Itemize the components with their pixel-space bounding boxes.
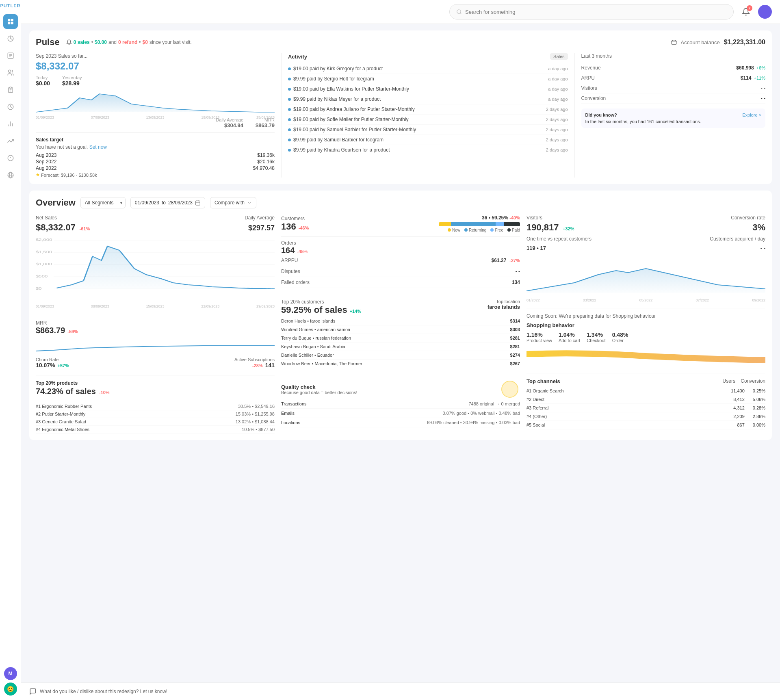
churn-change: +57% — [57, 363, 69, 368]
svg-rect-2 — [8, 22, 10, 24]
explore-link[interactable]: Explore > — [742, 113, 761, 117]
metric-label: Visitors — [581, 85, 597, 91]
disputes-label: Disputes — [281, 269, 300, 274]
metric-value: - - — [761, 85, 765, 91]
user-avatar-m[interactable]: M — [4, 667, 17, 680]
shopping-metrics: 1.16% Product view 1.04% Add to cart 1.3… — [526, 332, 765, 343]
dot-paid — [507, 228, 511, 232]
metric-row: Visitors- - — [581, 83, 765, 93]
quality-item: Transactions7488 original → 0 merged — [281, 399, 520, 409]
activity-time: 2 days ago — [546, 107, 568, 112]
svg-point-9 — [8, 70, 11, 72]
acquired-label: Customers acquired / day — [710, 236, 765, 242]
no-goal-text: You have not set a goal. — [36, 144, 88, 150]
activity-dot — [288, 108, 291, 111]
activity-time: a day ago — [548, 76, 568, 81]
orders-row: Orders 164 -45% — [281, 236, 520, 255]
channel-item: #2 Direct8,4125.06% — [526, 395, 765, 404]
daily-avg-amount: $297.57 — [248, 224, 275, 232]
activity-list-item: $19.00 paid by Andrea Juliano for Putler… — [288, 104, 568, 115]
activity-title: Activity — [288, 54, 307, 60]
notification-badge: 2 — [747, 5, 752, 11]
main-content: 2 Pulse 0 sales • $0.00 and 0 refund • $… — [21, 0, 780, 700]
sales-target-label: Sales target — [36, 137, 275, 143]
pulse-grid: Sep 2023 Sales so far... $8,332.07 Today… — [36, 53, 765, 178]
bar-paid — [504, 222, 520, 226]
chevron-down-icon — [247, 200, 252, 205]
arppu-label: ARPPU — [281, 258, 298, 263]
sidebar-item-orders[interactable] — [3, 82, 18, 97]
shopping-coming-soon: Coming Soon: We're preparing data for Sh… — [526, 313, 765, 319]
top-customers-card: Top 20% customers 59.25% of sales +14% T… — [281, 294, 520, 368]
activity-filter-badge[interactable]: Sales — [550, 53, 568, 60]
sidebar-item-trends[interactable] — [3, 134, 18, 148]
mrr-change: -59% — [67, 329, 78, 334]
pulse-since: since your last visit. — [150, 39, 192, 45]
channel-name: #4 (Other) — [526, 414, 547, 419]
account-balance: Account balance $1,223,331.00 — [671, 39, 765, 46]
activity-text: $9.99 paid by Niklas Meyer for a product — [293, 96, 548, 102]
sidebar: PUTLER M 😊 — [0, 0, 21, 700]
date-to: 28/09/2023 — [168, 200, 193, 206]
channel-name: #1 Organic Search — [526, 388, 564, 393]
did-you-know: Did you know? Explore > In the last six … — [581, 108, 765, 128]
customer-amount: $267 — [510, 361, 520, 366]
sidebar-item-insights[interactable] — [3, 151, 18, 165]
visitors-amount: 190,817 — [526, 222, 559, 232]
set-now-link[interactable]: Set now — [89, 144, 107, 150]
active-subs-change: -28% — [252, 363, 263, 368]
segment-select[interactable]: All Segments — [80, 197, 126, 208]
disputes-item: Disputes - - — [281, 266, 520, 277]
customer-name: Deron Huels • faroe islands — [281, 319, 335, 323]
date-range-picker[interactable]: 01/09/2023 to 28/09/2023 — [130, 197, 205, 208]
customers-bar-change: -40% — [509, 215, 520, 220]
compare-with-button[interactable]: Compare with — [210, 197, 256, 208]
user-avatar-emoji[interactable]: 😊 — [4, 683, 17, 696]
search-bar[interactable] — [449, 4, 734, 20]
sidebar-item-customers[interactable] — [3, 65, 18, 80]
net-sales-x-labels: 01/09/2023 08/09/2023 15/09/2023 22/09/2… — [36, 304, 275, 308]
top-products-pct: 74.23% of sales — [36, 387, 96, 396]
activity-list-item: $9.99 paid by Khadra Geurtsen for a prod… — [288, 145, 568, 155]
visitor-x-labels: 01/2022 03/2022 05/2022 07/2022 09/2022 — [526, 298, 765, 302]
metrics-list: Revenue$60,998+6%ARPU$114+11%Visitors- -… — [581, 63, 765, 104]
segment-select-wrapper[interactable]: All Segments — [80, 197, 126, 208]
quality-sub: Because good data = better decisions! — [281, 390, 357, 395]
activity-list-item: $19.00 paid by Kirk Gregory for a produc… — [288, 64, 568, 74]
mrr-line-chart — [36, 337, 275, 353]
yesterday-value: $28.99 — [62, 80, 82, 87]
quality-icon: 🔍 — [500, 379, 520, 399]
customer-name: Winifred Grimes • american samoa — [281, 327, 350, 332]
net-sales-chart: $2,000 $1,500 $1,000 $500 $0 — [36, 236, 275, 301]
notification-button[interactable]: 2 — [739, 4, 753, 19]
quality-item-value: 0.07% good • 0% webmail • 0.48% bad — [442, 411, 520, 416]
svg-rect-26 — [196, 201, 200, 205]
sidebar-item-global[interactable] — [3, 168, 18, 182]
channels-conversion-label: Conversion — [741, 378, 765, 384]
sidebar-item-analytics[interactable] — [3, 31, 18, 46]
failed-orders-label: Failed orders — [281, 280, 310, 285]
top-location-label: Top location — [488, 299, 520, 304]
svg-text:$0: $0 — [36, 286, 42, 290]
app-logo: PUTLER — [0, 3, 21, 8]
bar-returning — [451, 222, 496, 226]
activity-dot — [288, 98, 291, 101]
user-avatar-top[interactable] — [758, 5, 772, 19]
mrr-amount: $863.79 — [36, 326, 65, 335]
active-subs-value: 141 — [265, 362, 275, 368]
search-input[interactable] — [465, 9, 727, 15]
dot-free — [490, 228, 494, 232]
products-list: #1 Ergonomic Rubber Pants30.5% • $2,549.… — [36, 403, 275, 433]
sidebar-item-revenue[interactable] — [3, 100, 18, 114]
channel-stats: 8,4125.06% — [733, 397, 765, 402]
sidebar-item-dashboard[interactable] — [3, 14, 18, 29]
activity-text: $19.00 paid by Ella Watkins for Putler S… — [293, 86, 548, 92]
customer-amount: $281 — [510, 336, 520, 340]
activity-time: 2 days ago — [546, 127, 568, 132]
sidebar-item-reports[interactable] — [3, 48, 18, 63]
failed-orders-item: Failed orders 134 — [281, 277, 520, 288]
acquired-value: - - — [760, 245, 765, 251]
sales-count: 0 sales — [74, 39, 90, 45]
sidebar-item-charts[interactable] — [3, 117, 18, 131]
customer-name: Terry du Buque • russian federation — [281, 336, 351, 340]
